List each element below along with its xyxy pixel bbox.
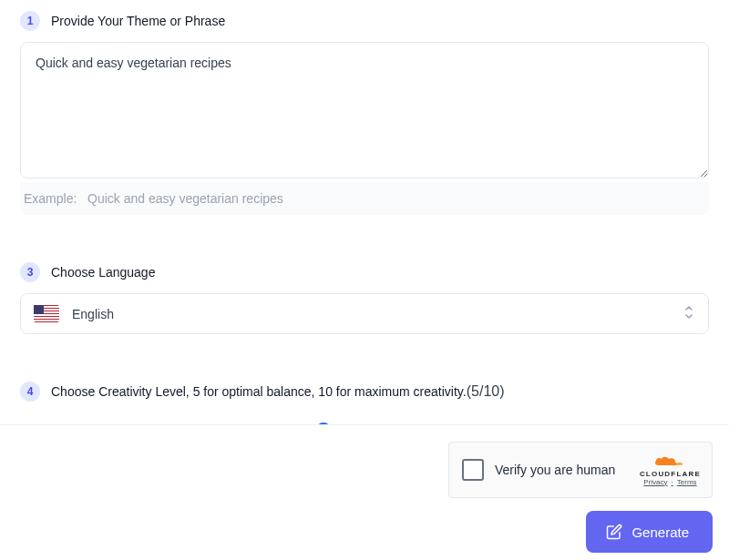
- chevron-up-down-icon: [683, 304, 695, 324]
- footer: Verify you are human CLOUDFLARE Privacy …: [0, 424, 729, 560]
- language-select[interactable]: English: [20, 293, 709, 334]
- step-3-title: Choose Language: [51, 265, 155, 280]
- step-1-section: 1 Provide Your Theme or Phrase Example: …: [0, 11, 729, 215]
- captcha-widget: Verify you are human CLOUDFLARE Privacy …: [448, 442, 713, 498]
- us-flag-icon: [34, 305, 59, 322]
- cloudflare-wordmark: CLOUDFLARE: [640, 470, 701, 478]
- cloudflare-logo-icon: [653, 454, 686, 470]
- cloudflare-links: Privacy · Terms: [643, 478, 696, 486]
- creativity-value-label: (5/10): [467, 383, 505, 399]
- example-text: Quick and easy vegetarian recipes: [87, 191, 283, 206]
- step-3-badge: 3: [20, 262, 40, 282]
- edit-icon: [606, 524, 622, 540]
- terms-link[interactable]: Terms: [677, 478, 697, 486]
- step-4-badge: 4: [20, 382, 40, 402]
- step-1-title: Provide Your Theme or Phrase: [51, 14, 225, 28]
- captcha-label: Verify you are human: [495, 463, 629, 477]
- example-block: Example: Quick and easy vegetarian recip…: [20, 182, 709, 215]
- step-1-header: 1 Provide Your Theme or Phrase: [20, 11, 709, 31]
- step-3-section: 3 Choose Language English: [0, 262, 729, 334]
- generate-button[interactable]: Generate: [586, 511, 713, 553]
- generate-button-label: Generate: [631, 524, 689, 540]
- theme-input[interactable]: [20, 42, 709, 178]
- example-label: Example:: [24, 191, 77, 206]
- cloudflare-branding: CLOUDFLARE Privacy · Terms: [640, 454, 701, 486]
- step-4-title: Choose Creativity Level, 5 for optimal b…: [51, 384, 467, 399]
- step-3-header: 3 Choose Language: [20, 262, 709, 282]
- step-4-header: 4 Choose Creativity Level, 5 for optimal…: [20, 382, 709, 402]
- privacy-link[interactable]: Privacy: [643, 478, 667, 486]
- language-selected-label: English: [72, 307, 114, 321]
- step-1-badge: 1: [20, 11, 40, 31]
- captcha-checkbox[interactable]: [462, 459, 484, 481]
